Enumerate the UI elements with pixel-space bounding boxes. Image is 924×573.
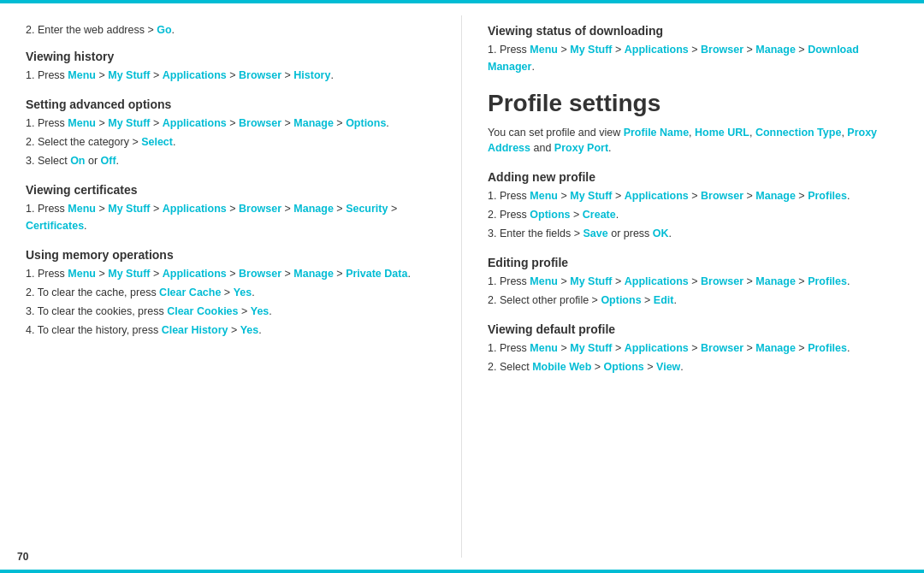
section-body-using-memory: 1. Press Menu > My Stuff > Applications … [26,265,435,339]
step: 1. Press Menu > My Stuff > Applications … [26,200,435,234]
step: 2. Press Options > Create. [488,206,898,223]
step: 1. Press Menu > My Stuff > Applications … [488,340,898,357]
page-heading: Profile settings [488,89,898,118]
page-subtitle: You can set profile and view Profile Nam… [488,125,898,157]
right-column: Viewing status of downloading 1. Press M… [462,15,898,558]
go-link: Go [157,24,171,36]
left-column: 2. Enter the web address > Go. Viewing h… [26,15,462,558]
step: 2. Select Mobile Web > Options > View. [488,358,898,375]
intro-line: 2. Enter the web address > Go. [26,24,435,36]
section-setting-advanced: Setting advanced options 1. Press Menu >… [26,97,435,169]
section-body-viewing-default-profile: 1. Press Menu > My Stuff > Applications … [488,340,898,375]
step: 3. Enter the fields > Save or press OK. [488,225,898,242]
page-number: 70 [17,551,28,563]
page-container: 2. Enter the web address > Go. Viewing h… [0,0,924,573]
step: 2. Select the category > Select. [26,133,435,151]
section-title-editing-profile: Editing profile [488,256,898,269]
section-title-setting-advanced: Setting advanced options [26,97,435,111]
section-title-adding-new-profile: Adding new profile [488,170,898,184]
section-adding-new-profile: Adding new profile 1. Press Menu > My St… [488,170,898,242]
step: 1. Press Menu > My Stuff > Applications … [488,273,898,290]
section-body-setting-advanced: 1. Press Menu > My Stuff > Applications … [26,115,435,169]
section-body-editing-profile: 1. Press Menu > My Stuff > Applications … [488,273,898,309]
step: 2. Select other profile > Options > Edit… [488,292,898,309]
step: 1. Press Menu > My Stuff > Applications … [488,41,898,75]
section-viewing-certificates: Viewing certificates 1. Press Menu > My … [26,183,435,234]
section-viewing-status: Viewing status of downloading 1. Press M… [488,24,898,75]
step: 1. Press Menu > My Stuff > Applications … [488,187,898,204]
bottom-accent-bar [0,570,924,573]
section-body-viewing-certificates: 1. Press Menu > My Stuff > Applications … [26,200,435,234]
section-body-viewing-status: 1. Press Menu > My Stuff > Applications … [488,41,898,75]
section-editing-profile: Editing profile 1. Press Menu > My Stuff… [488,256,898,309]
section-title-using-memory: Using memory operations [26,248,435,262]
section-title-viewing-history: Viewing history [26,50,435,63]
section-title-viewing-status: Viewing status of downloading [488,24,898,38]
section-body-viewing-history: 1. Press Menu > My Stuff > Applications … [26,67,435,84]
top-accent-bar [0,0,924,3]
step: 3. To clear the cookies, press Clear Coo… [26,303,435,320]
section-using-memory: Using memory operations 1. Press Menu > … [26,248,435,339]
step: 1. Press Menu > My Stuff > Applications … [26,115,435,132]
step: 4. To clear the history, press Clear His… [26,322,435,339]
section-viewing-history: Viewing history 1. Press Menu > My Stuff… [26,50,435,84]
step: 1. Press Menu > My Stuff > Applications … [26,265,435,282]
step: 3. Select On or Off. [26,152,435,169]
section-title-viewing-certificates: Viewing certificates [26,183,435,197]
section-title-viewing-default-profile: Viewing default profile [488,322,898,336]
section-body-adding-new-profile: 1. Press Menu > My Stuff > Applications … [488,187,898,242]
section-viewing-default-profile: Viewing default profile 1. Press Menu > … [488,322,898,375]
step: 1. Press Menu > My Stuff > Applications … [26,67,435,84]
step: 2. To clear the cache, press Clear Cache… [26,284,435,301]
